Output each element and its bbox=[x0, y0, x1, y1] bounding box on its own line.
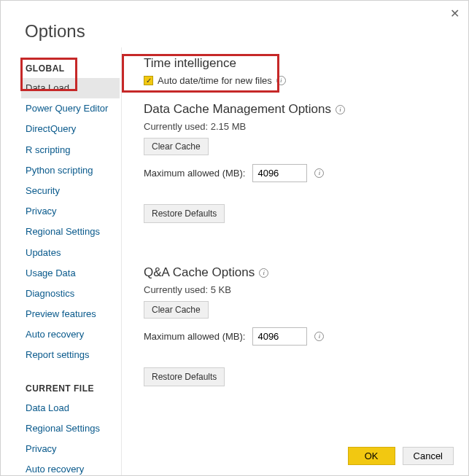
sidebar-item-cf-data-load[interactable]: Data Load bbox=[21, 398, 120, 418]
clear-data-cache-button[interactable]: Clear Cache bbox=[144, 138, 209, 155]
info-icon[interactable]: i bbox=[314, 168, 324, 178]
qa-cache-section: Q&A Cache Options i Currently used: 5 KB… bbox=[144, 265, 454, 408]
sidebar-item-r-scripting[interactable]: R scripting bbox=[21, 140, 120, 160]
sidebar-item-cf-regional-settings[interactable]: Regional Settings bbox=[21, 418, 120, 439]
sidebar-item-regional-settings[interactable]: Regional Settings bbox=[21, 222, 120, 242]
clear-qa-cache-button[interactable]: Clear Cache bbox=[144, 301, 209, 319]
cancel-button[interactable]: Cancel bbox=[403, 447, 454, 465]
data-cache-used: Currently used: 2.15 MB bbox=[144, 121, 454, 132]
close-button[interactable]: ✕ bbox=[450, 7, 460, 20]
qa-cache-restore-button[interactable]: Restore Defaults bbox=[144, 367, 225, 386]
global-header: GLOBAL bbox=[21, 59, 120, 78]
data-cache-section: Data Cache Management Options i Currentl… bbox=[144, 102, 454, 245]
data-cache-max-row: Maximum allowed (MB): i bbox=[144, 164, 454, 182]
data-cache-title: Data Cache Management Options i bbox=[144, 102, 454, 117]
sidebar-item-auto-recovery[interactable]: Auto recovery bbox=[21, 324, 120, 345]
qa-cache-used: Currently used: 5 KB bbox=[144, 284, 454, 295]
sidebar-item-cf-privacy[interactable]: Privacy bbox=[21, 439, 120, 459]
time-intelligence-title: Time intelligence bbox=[144, 56, 454, 71]
sidebar-item-usage-data[interactable]: Usage Data bbox=[21, 263, 120, 284]
qa-cache-max-row: Maximum allowed (MB): i bbox=[144, 327, 454, 346]
dialog-footer: OK Cancel bbox=[348, 447, 454, 465]
sidebar-item-updates[interactable]: Updates bbox=[21, 243, 120, 263]
content-area: GLOBAL Data Load Power Query Editor Dire… bbox=[1, 47, 468, 476]
sidebar-item-report-settings[interactable]: Report settings bbox=[21, 345, 120, 365]
data-cache-max-label: Maximum allowed (MB): bbox=[144, 168, 245, 179]
sidebar-item-power-query-editor[interactable]: Power Query Editor bbox=[21, 98, 120, 119]
sidebar-item-diagnostics[interactable]: Diagnostics bbox=[21, 284, 120, 304]
info-icon[interactable]: i bbox=[336, 105, 345, 114]
qa-cache-title: Q&A Cache Options i bbox=[144, 265, 454, 280]
auto-datetime-label: Auto date/time for new files bbox=[158, 75, 272, 86]
data-cache-restore-button[interactable]: Restore Defaults bbox=[144, 204, 225, 223]
sidebar-item-security[interactable]: Security bbox=[21, 181, 120, 201]
sidebar-item-python-scripting[interactable]: Python scripting bbox=[21, 160, 120, 181]
sidebar-item-data-load[interactable]: Data Load bbox=[21, 78, 120, 98]
current-file-header: CURRENT FILE bbox=[21, 379, 120, 398]
sidebar: GLOBAL Data Load Power Query Editor Dire… bbox=[21, 47, 120, 476]
sidebar-item-directquery[interactable]: DirectQuery bbox=[21, 119, 120, 139]
auto-datetime-checkbox[interactable]: ✓ bbox=[144, 76, 153, 85]
data-cache-title-text: Data Cache Management Options bbox=[144, 102, 331, 117]
qa-cache-title-text: Q&A Cache Options bbox=[144, 265, 255, 280]
sidebar-item-preview-features[interactable]: Preview features bbox=[21, 304, 120, 324]
info-icon[interactable]: i bbox=[259, 268, 268, 278]
info-icon[interactable]: i bbox=[276, 76, 286, 85]
sidebar-item-privacy[interactable]: Privacy bbox=[21, 201, 120, 222]
data-cache-max-input[interactable] bbox=[252, 164, 307, 182]
main-panel: Time intelligence ✓ Auto date/time for n… bbox=[121, 47, 468, 476]
qa-cache-max-input[interactable] bbox=[252, 327, 307, 346]
auto-datetime-row: ✓ Auto date/time for new files i bbox=[144, 75, 454, 86]
ok-button[interactable]: OK bbox=[348, 447, 395, 465]
dialog-title: Options bbox=[1, 1, 468, 47]
sidebar-item-cf-auto-recovery[interactable]: Auto recovery bbox=[21, 459, 120, 476]
qa-cache-max-label: Maximum allowed (MB): bbox=[144, 331, 245, 342]
info-icon[interactable]: i bbox=[314, 332, 324, 341]
